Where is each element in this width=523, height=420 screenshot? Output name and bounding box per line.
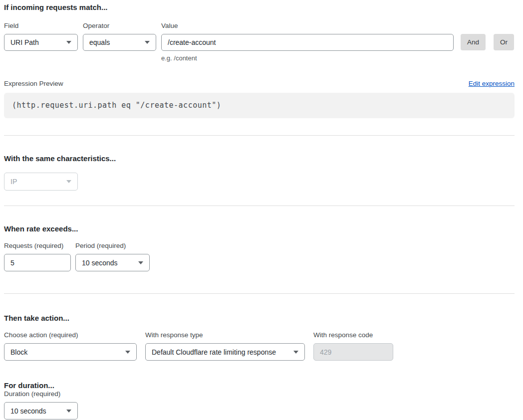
operator-select[interactable]: equals [83,34,156,51]
duration-select-value: 10 seconds [10,407,46,415]
expression-preview-code: (http.request.uri.path eq "/create-accou… [4,93,515,118]
rate-limiting-rule-form: If incoming requests match... Field URI … [0,0,523,420]
section-rate-exceeds: When rate exceeds... Requests (required)… [4,224,515,271]
chevron-down-icon [125,351,130,354]
chevron-down-icon [66,180,71,183]
or-button[interactable]: Or [494,34,514,50]
period-select[interactable]: 10 seconds [75,254,150,271]
rate-controls-row: Requests (required) Period (required) 10… [4,242,515,271]
and-button[interactable]: And [461,34,486,50]
and-or-button-group: And Or [461,34,514,50]
section-divider [4,206,515,206]
section-title-action: Then take action... [4,314,515,323]
edit-expression-link[interactable]: Edit expression [469,80,515,87]
choose-action-select-value: Block [10,348,27,356]
field-select[interactable]: URI Path [4,34,78,51]
expression-preview-label: Expression Preview [4,80,63,87]
field-group: Field URI Path [4,22,78,51]
response-type-group: With response type Default Cloudflare ra… [145,331,305,361]
expression-preview-header: Expression Preview Edit expression [4,80,515,87]
requests-label: Requests (required) [4,242,71,250]
period-label: Period (required) [75,242,150,250]
choose-action-label: Choose action (required) [4,331,137,339]
section-same-characteristics: With the same characteristics... IP [4,154,515,191]
section-title-characteristics: With the same characteristics... [4,154,515,163]
response-code-input [313,343,393,361]
characteristic-select: IP [4,173,78,191]
value-group: Value e.g. /content [161,22,454,62]
requests-group: Requests (required) [4,242,71,271]
field-label: Field [4,22,78,30]
duration-label: Duration (required) [4,390,78,398]
value-helper-text: e.g. /content [161,54,454,62]
response-type-label: With response type [145,331,305,339]
chevron-down-icon [66,41,71,44]
value-input[interactable] [161,34,454,51]
duration-controls-row: Duration (required) 10 seconds [4,390,515,420]
operator-group: Operator equals [83,22,156,51]
section-title-rate: When rate exceeds... [4,224,515,233]
duration-group: Duration (required) 10 seconds [4,390,78,420]
section-title-duration: For duration... [4,381,515,390]
chevron-down-icon [293,351,298,354]
choose-action-group: Choose action (required) Block [4,331,137,361]
action-controls-row: Choose action (required) Block With resp… [4,331,515,361]
period-select-value: 10 seconds [82,259,118,267]
operator-select-value: equals [89,38,110,46]
value-label: Value [161,22,454,30]
section-divider [4,293,515,294]
duration-select[interactable]: 10 seconds [4,402,78,420]
section-for-duration: For duration... Duration (required) 10 s… [4,381,515,420]
characteristic-select-value: IP [10,178,17,186]
section-divider [4,135,515,136]
chevron-down-icon [138,261,143,264]
section-take-action: Then take action... Choose action (requi… [4,314,515,361]
response-type-select[interactable]: Default Cloudflare rate limiting respons… [145,343,305,361]
choose-action-select[interactable]: Block [4,343,137,361]
section-title-incoming-requests: If incoming requests match... [4,3,515,12]
response-type-select-value: Default Cloudflare rate limiting respons… [152,348,276,356]
field-select-value: URI Path [10,38,39,46]
period-group: Period (required) 10 seconds [75,242,150,271]
section-incoming-requests-match: If incoming requests match... Field URI … [4,3,515,118]
requests-input[interactable] [4,254,71,271]
response-code-label: With response code [313,331,393,339]
response-code-group: With response code [313,331,393,361]
match-expression-builder-row: Field URI Path Operator equals Value e.g… [4,22,515,62]
chevron-down-icon [145,41,150,44]
chevron-down-icon [66,410,71,413]
operator-label: Operator [83,22,156,30]
